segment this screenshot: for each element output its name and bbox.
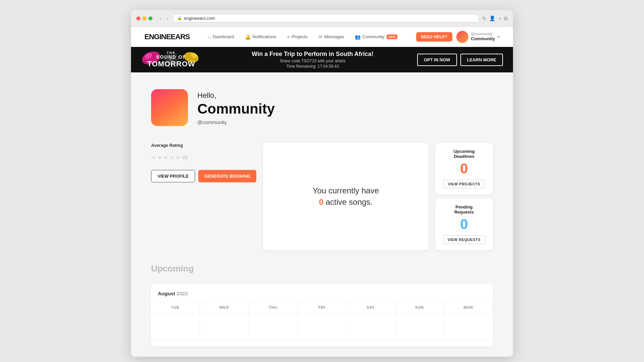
people-icon: 👥	[355, 34, 361, 40]
nav-item-dashboard[interactable]: ⌂ Dashboard	[203, 32, 239, 42]
active-songs-text: You currently have0 active songs.	[313, 185, 379, 207]
profile-handle: @community	[197, 119, 275, 125]
action-buttons: VIEW PROFILE GENERATE BOOKING	[151, 170, 256, 182]
nav-label-notifications: Notifications	[253, 34, 276, 39]
upcoming-deadlines-card: UpcomingDeadlines 0 VIEW PROJECTS	[435, 143, 493, 194]
star-1: ★	[151, 154, 156, 161]
nav-label-dashboard: Dashboard	[213, 34, 234, 39]
browser-nav-controls: ‹ ›	[158, 15, 170, 22]
profile-name: Community	[197, 101, 275, 117]
banner-title: Win a Free Trip to Perform in South Afri…	[215, 51, 410, 58]
banner-logo-text: THE SOUND OF TOMORROW	[147, 51, 195, 68]
rating-count: (0)	[183, 155, 188, 160]
nav-label-messages: Messages	[324, 34, 344, 39]
cal-header-wed: WED	[200, 302, 249, 313]
forward-button[interactable]: ›	[166, 15, 170, 22]
minimize-window-button[interactable]	[142, 16, 146, 20]
reload-button[interactable]: ↻	[482, 15, 487, 21]
nav-item-projects[interactable]: ≡ Projects	[282, 32, 312, 42]
cal-header-sat: SAT	[346, 302, 395, 313]
maximize-window-button[interactable]	[148, 16, 152, 20]
star-4: ★	[169, 154, 175, 161]
deadlines-count: 0	[443, 162, 485, 176]
profile-section: Hello, Community @community	[151, 89, 493, 126]
community-new-badge: NEW	[387, 35, 398, 39]
cal-cell-3	[249, 313, 298, 340]
nav-right: NEED HELP? @community Community ▾	[416, 31, 500, 43]
nav-label-community: Community	[363, 34, 385, 39]
upcoming-label: Upcoming	[151, 263, 493, 274]
traffic-lights	[136, 16, 152, 20]
active-songs-card: You currently have0 active songs.	[263, 143, 429, 250]
avg-rating-label: Average Rating	[151, 143, 256, 148]
cal-cell-5	[346, 313, 395, 340]
nav-item-messages[interactable]: ✉ Messages	[314, 32, 349, 42]
view-requests-button[interactable]: VIEW REQUESTS	[443, 235, 485, 244]
requests-count: 0	[443, 217, 485, 231]
cal-cell-6	[395, 313, 444, 340]
calendar-year: 2023	[177, 291, 188, 296]
star-3: ★	[163, 154, 169, 161]
profile-icon: 👤	[489, 15, 496, 21]
generate-booking-button[interactable]: GENERATE BOOKING	[198, 170, 256, 182]
nav-label-projects: Projects	[292, 34, 308, 39]
opt-in-button[interactable]: OPT IN NOW	[417, 54, 457, 66]
stats-cards: UpcomingDeadlines 0 VIEW PROJECTS Pendin…	[435, 143, 493, 250]
cal-header-fri: FRI	[298, 302, 346, 313]
cal-cell-7	[444, 313, 493, 340]
calendar-section: August 2023 TUE WED THU FRI SAT SUN MON	[151, 284, 493, 347]
browser-actions: ↻ 👤 + ⧉	[482, 15, 508, 21]
browser-titlebar: ‹ › 🔒 engineears.com ↻ 👤 + ⧉	[131, 10, 513, 27]
profile-greeting: Hello,	[197, 91, 275, 100]
nav-item-community[interactable]: 👥 Community NEW	[350, 32, 402, 42]
cal-header-tue: TUE	[151, 302, 200, 313]
calendar-month: August	[158, 291, 175, 296]
banner-center: Win a Free Trip to Perform in South Afri…	[215, 51, 410, 69]
cal-cell-1	[151, 313, 200, 340]
deadlines-title: UpcomingDeadlines	[443, 149, 485, 159]
cal-cell-2	[200, 313, 249, 340]
user-handle: @community	[471, 32, 495, 36]
calendar-header: August 2023	[151, 291, 493, 302]
top-nav: ENGINEEARS ⌂ Dashboard 🔔 Notifications ≡…	[131, 27, 513, 47]
main-content: Hello, Community @community Average Rati…	[131, 72, 513, 357]
profile-avatar-large	[151, 89, 188, 126]
cal-header-thu: THU	[249, 302, 298, 313]
view-profile-button[interactable]: VIEW PROFILE	[151, 170, 195, 182]
stats-row: Average Rating ★ ★ ★ ★ ★ (0) VIEW PROFIL…	[151, 143, 493, 250]
banner-timer: Time Remaining: 17:04:56:43	[215, 64, 410, 69]
avatar	[456, 31, 468, 43]
address-bar[interactable]: 🔒 engineears.com	[173, 14, 479, 22]
banner-actions: OPT IN NOW LEARN MORE	[417, 54, 503, 66]
bell-icon: 🔔	[245, 34, 251, 40]
stars-rating: ★ ★ ★ ★ ★ (0)	[151, 154, 256, 161]
back-button[interactable]: ‹	[158, 15, 163, 22]
security-icon: 🔒	[177, 16, 182, 20]
cal-header-mon: MON	[444, 302, 493, 313]
pending-requests-card: PendingRequests 0 VIEW REQUESTS	[435, 198, 493, 250]
nav-item-notifications[interactable]: 🔔 Notifications	[240, 32, 281, 42]
profile-actions: Average Rating ★ ★ ★ ★ ★ (0) VIEW PROFIL…	[151, 143, 256, 250]
add-tab-button[interactable]: +	[498, 15, 501, 21]
sidebar-icon: ⧉	[504, 15, 508, 21]
chevron-down-icon: ▾	[498, 35, 500, 39]
app-logo: ENGINEEARS	[144, 33, 190, 41]
app-content: ENGINEEARS ⌂ Dashboard 🔔 Notifications ≡…	[131, 27, 513, 357]
view-projects-button[interactable]: VIEW PROJECTS	[443, 180, 485, 188]
user-name: Community	[471, 36, 495, 42]
browser-window: ‹ › 🔒 engineears.com ↻ 👤 + ⧉ ENGINEEARS …	[131, 10, 513, 357]
star-5: ★	[175, 154, 181, 161]
star-2: ★	[157, 154, 163, 161]
cal-header-sun: SUN	[395, 302, 444, 313]
cal-cell-4	[298, 313, 346, 340]
need-help-button[interactable]: NEED HELP?	[416, 32, 452, 42]
user-info: @community Community	[471, 32, 495, 42]
promo-banner: THE SOUND OF TOMORROW Win a Free Trip to…	[131, 47, 513, 72]
envelope-icon: ✉	[318, 34, 322, 40]
learn-more-button[interactable]: LEARN MORE	[460, 54, 503, 66]
banner-logo-area: THE SOUND OF TOMORROW	[141, 48, 208, 71]
requests-title: PendingRequests	[443, 204, 485, 215]
banner-subtitle: Share code TSOT23 with your artists	[215, 59, 410, 63]
user-menu[interactable]: @community Community ▾	[456, 31, 500, 43]
close-window-button[interactable]	[136, 16, 140, 20]
